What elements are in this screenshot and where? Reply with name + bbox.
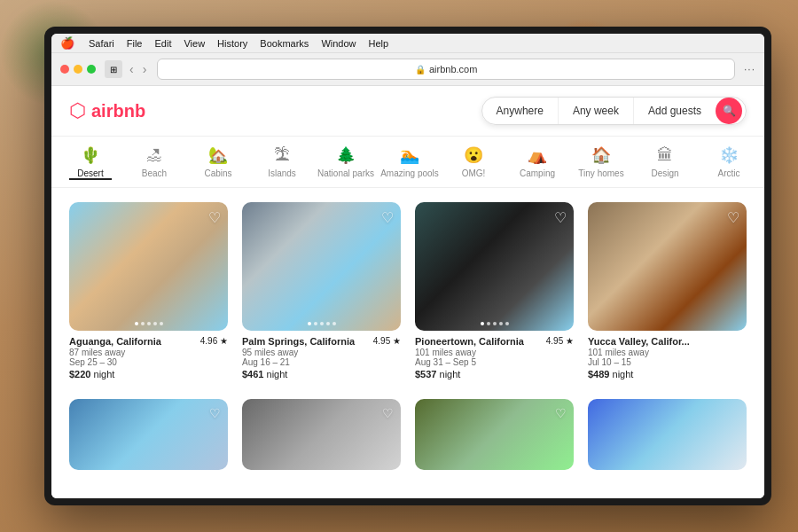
arctic-icon: ❄️ xyxy=(719,145,739,165)
category-design-label: Design xyxy=(651,168,678,178)
favorite-palmsprings-button[interactable]: ♡ xyxy=(381,209,394,226)
category-omg[interactable]: 😮 OMG! xyxy=(452,145,495,178)
search-submit-button[interactable]: 🔍 xyxy=(716,98,742,124)
listing-location: Pioneertown, California xyxy=(415,336,524,347)
islands-icon: 🏝 xyxy=(274,146,290,165)
maximize-button[interactable] xyxy=(87,65,96,74)
listing-card-bottom-2[interactable]: ♡ xyxy=(242,399,401,470)
category-camping[interactable]: ⛺ Camping xyxy=(516,145,559,178)
airbnb-logo[interactable]: ⬡ airbnb xyxy=(69,99,145,122)
category-design[interactable]: 🏛 Design xyxy=(644,146,686,178)
category-omg-label: OMG! xyxy=(462,168,486,178)
national-parks-icon: 🌲 xyxy=(336,145,356,165)
apple-menu[interactable]: 🍎 xyxy=(60,36,74,50)
tab-switcher[interactable]: ⊞ xyxy=(105,60,122,78)
listing-price: $461 night xyxy=(242,369,401,379)
listing-image-aguanga: ♡ xyxy=(69,202,228,331)
more-options-button[interactable]: ··· xyxy=(744,63,755,75)
menubar-file[interactable]: File xyxy=(127,38,143,49)
listing-rating: 4.95 ★ xyxy=(373,336,401,346)
image-dots xyxy=(308,322,336,325)
search-bar: Anywhere Any week Add guests 🔍 xyxy=(481,97,747,125)
listing-card-pioneertown[interactable]: ♡ Pioneertown, California 4.95 ★ 101 mil… xyxy=(415,202,574,385)
camping-icon: ⛺ xyxy=(528,145,547,165)
listing-info-palmsprings: Palm Springs, California 4.95 ★ 95 miles… xyxy=(242,331,401,385)
category-desert[interactable]: 🌵 Desert xyxy=(69,145,112,180)
favorite-yucca-button[interactable]: ♡ xyxy=(727,209,739,226)
menubar-items: Safari File Edit View History Bookmarks … xyxy=(89,38,388,49)
menubar-view[interactable]: View xyxy=(184,38,205,49)
listing-title-row: Pioneertown, California 4.95 ★ xyxy=(415,336,574,347)
category-national-parks-label: National parks xyxy=(317,168,374,178)
category-beach[interactable]: 🏖 Beach xyxy=(133,146,176,178)
listing-rating: 4.96 ★ xyxy=(200,336,228,346)
any-week-button[interactable]: Any week xyxy=(559,98,634,124)
category-tiny-homes-label: Tiny homes xyxy=(578,168,623,178)
favorite-aguanga-button[interactable]: ♡ xyxy=(208,209,221,226)
address-bar[interactable]: 🔒 airbnb.com xyxy=(157,59,735,80)
listing-image-palmsprings: ♡ xyxy=(242,202,401,331)
listing-image-yucca: ♡ xyxy=(588,202,747,331)
screen: 🍎 Safari File Edit View History Bookmark… xyxy=(51,34,764,498)
category-national-parks[interactable]: 🌲 National parks xyxy=(325,145,367,178)
listing-rating: 4.95 ★ xyxy=(546,336,574,346)
image-dots xyxy=(481,322,509,325)
listing-card-bottom-4[interactable] xyxy=(588,399,747,470)
listing-card-yucca[interactable]: ♡ Yucca Valley, Califor... 101 miles awa… xyxy=(588,202,747,385)
design-icon: 🏛 xyxy=(657,146,673,165)
listing-info-yucca: Yucca Valley, Califor... 101 miles away … xyxy=(588,331,747,385)
browser-chrome: ⊞ ‹ › 🔒 airbnb.com ··· xyxy=(51,53,764,86)
image-dots xyxy=(135,322,163,325)
airbnb-logo-icon: ⬡ xyxy=(69,99,86,122)
back-button[interactable]: ‹ xyxy=(128,62,136,76)
category-amazing-pools[interactable]: 🏊 Amazing pools xyxy=(388,145,431,178)
close-button[interactable] xyxy=(60,65,69,74)
category-beach-label: Beach xyxy=(142,168,167,178)
listing-card-bottom-1[interactable]: ♡ xyxy=(69,399,228,470)
favorite-bottom2-button[interactable]: ♡ xyxy=(382,406,394,420)
category-cabins[interactable]: 🏡 Cabins xyxy=(197,145,239,178)
category-islands[interactable]: 🏝 Islands xyxy=(261,146,303,178)
listing-distance: 87 miles away xyxy=(69,348,228,357)
favorite-pioneertown-button[interactable]: ♡ xyxy=(554,209,567,226)
menubar-window[interactable]: Window xyxy=(321,38,356,49)
forward-button[interactable]: › xyxy=(141,62,149,76)
menubar-history[interactable]: History xyxy=(217,38,247,49)
listing-card-aguanga[interactable]: ♡ Aguanga, California 4.96 ★ 87 miles aw… xyxy=(69,202,228,385)
second-row: ♡ ♡ ♡ xyxy=(69,399,747,470)
menubar-help[interactable]: Help xyxy=(369,38,389,49)
listing-card-palmsprings[interactable]: ♡ Palm Springs, California 4.95 ★ 95 mil… xyxy=(242,202,401,385)
desert-icon: 🌵 xyxy=(81,145,100,165)
listing-info-pioneertown: Pioneertown, California 4.95 ★ 101 miles… xyxy=(415,331,574,385)
add-guests-button[interactable]: Add guests xyxy=(634,98,716,124)
listing-location: Yucca Valley, Califor... xyxy=(588,336,690,347)
menubar-bookmarks[interactable]: Bookmarks xyxy=(260,38,309,49)
category-cabins-label: Cabins xyxy=(204,168,231,178)
lock-icon: 🔒 xyxy=(415,65,426,74)
listing-dates: Jul 10 – 15 xyxy=(588,357,747,367)
listings-grid: ♡ Aguanga, California 4.96 ★ 87 miles aw… xyxy=(69,202,747,385)
minimize-button[interactable] xyxy=(74,65,82,74)
airbnb-content: ⬡ airbnb Anywhere Any week Add guests 🔍 … xyxy=(51,86,764,498)
category-arctic[interactable]: ❄️ Arctic xyxy=(708,145,750,178)
cabins-icon: 🏡 xyxy=(208,145,228,165)
airbnb-logo-text: airbnb xyxy=(91,101,145,121)
listing-distance: 95 miles away xyxy=(242,348,401,357)
menubar-safari[interactable]: Safari xyxy=(89,38,114,49)
tiny-homes-icon: 🏠 xyxy=(591,145,611,165)
airbnb-header: ⬡ airbnb Anywhere Any week Add guests 🔍 xyxy=(51,86,764,137)
browser-extra: ··· xyxy=(744,63,755,75)
anywhere-button[interactable]: Anywhere xyxy=(482,98,559,124)
favorite-bottom1-button[interactable]: ♡ xyxy=(209,406,221,420)
category-tiny-homes[interactable]: 🏠 Tiny homes xyxy=(580,145,622,178)
listing-location: Palm Springs, California xyxy=(242,336,355,347)
listing-card-bottom-3[interactable]: ♡ xyxy=(415,399,574,470)
beach-icon: 🏖 xyxy=(146,146,162,165)
category-desert-label: Desert xyxy=(77,168,103,178)
favorite-bottom3-button[interactable]: ♡ xyxy=(555,406,567,420)
macos-menubar: 🍎 Safari File Edit View History Bookmark… xyxy=(51,34,764,53)
menubar-edit[interactable]: Edit xyxy=(154,38,171,49)
listing-image-pioneertown: ♡ xyxy=(415,202,574,331)
listing-info-aguanga: Aguanga, California 4.96 ★ 87 miles away… xyxy=(69,331,228,385)
listing-distance: 101 miles away xyxy=(588,348,747,357)
